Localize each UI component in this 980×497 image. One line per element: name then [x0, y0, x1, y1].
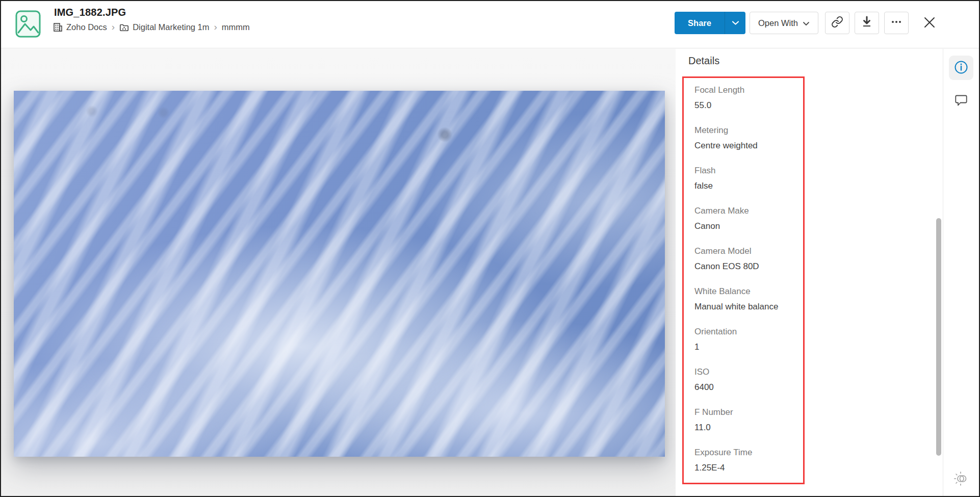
right-toolbar [943, 49, 979, 496]
detail-field-value: 6400 [694, 382, 798, 393]
more-options-button[interactable] [884, 12, 909, 34]
detail-field: Camera ModelCanon EOS 80D [694, 246, 798, 272]
breadcrumb-item-mmmm[interactable]: mmmm [222, 22, 250, 32]
share-split-button: Share [675, 12, 745, 34]
close-icon [923, 16, 936, 31]
preview-image-clouds [14, 91, 665, 457]
building-icon [53, 22, 63, 32]
details-highlight-box: Focal Length55.0MeteringCentre weightedF… [682, 76, 805, 484]
detail-field: Orientation1 [694, 326, 798, 353]
detail-field-value: Centre weighted [694, 140, 798, 151]
more-icon [890, 16, 902, 30]
comments-button[interactable] [949, 89, 973, 113]
detail-field: F Number11.0 [694, 407, 798, 433]
details-heading: Details [688, 55, 719, 67]
team-folder-icon [119, 22, 129, 32]
share-dropdown-button[interactable] [725, 12, 745, 34]
detail-field: Flashfalse [694, 165, 798, 192]
detail-field-value: 55.0 [694, 100, 798, 111]
detail-field-value: Canon [694, 221, 798, 232]
detail-field: Exposure Time1.25E-4 [694, 447, 798, 474]
theme-toggle-button[interactable] [949, 467, 973, 491]
breadcrumb-item-zoho-docs[interactable]: Zoho Docs [53, 22, 107, 32]
copy-link-icon [831, 16, 843, 30]
detail-field: MeteringCentre weighted [694, 125, 798, 151]
info-icon [954, 60, 968, 76]
detail-field: ISO6400 [694, 367, 798, 393]
page-title: IMG_1882.JPG [54, 7, 126, 18]
detail-field: Focal Length55.0 [694, 85, 798, 111]
detail-field-label: Camera Make [694, 205, 798, 217]
details-list: Focal Length55.0MeteringCentre weightedF… [694, 85, 798, 474]
detail-field-label: Focal Length [694, 85, 798, 96]
chevron-down-icon [732, 18, 739, 28]
detail-field-value: false [694, 180, 798, 192]
download-button[interactable] [855, 12, 879, 34]
detail-field-label: Metering [694, 125, 798, 136]
copy-link-button[interactable] [825, 12, 849, 34]
detail-field: Camera MakeCanon [694, 205, 798, 232]
theme-toggle-icon [953, 472, 969, 487]
close-button[interactable] [918, 12, 941, 34]
detail-field-label: ISO [694, 367, 798, 378]
zoho-docs-image-preview-window: IMG_1882.JPG Zoho Docs › [0, 0, 980, 497]
detail-field-label: Flash [694, 165, 798, 176]
detail-field-value: 1.25E-4 [694, 462, 798, 474]
detail-field-value: Canon EOS 80D [694, 261, 798, 272]
detail-field-label: Orientation [694, 326, 798, 337]
header: IMG_1882.JPG Zoho Docs › [1, 1, 979, 48]
detail-field: White BalanceManual white balance [694, 286, 798, 312]
detail-field-value: Manual white balance [694, 301, 798, 312]
image-viewer-canvas [1, 49, 676, 496]
open-with-button[interactable]: Open With [750, 12, 818, 34]
detail-field-value: 1 [694, 342, 798, 353]
detail-field-label: White Balance [694, 286, 798, 297]
info-button[interactable] [949, 56, 973, 80]
main-content: Details Focal Length55.0MeteringCentre w… [1, 49, 979, 496]
detail-field-value: 11.0 [694, 422, 798, 433]
details-scrollbar[interactable] [936, 218, 941, 456]
details-panel: Details Focal Length55.0MeteringCentre w… [676, 49, 943, 496]
breadcrumb: Zoho Docs › Digital Marketing 1m › mmmm [53, 22, 250, 32]
comment-icon [954, 94, 968, 109]
breadcrumb-separator: › [112, 22, 115, 32]
detail-field-label: F Number [694, 407, 798, 418]
breadcrumb-separator: › [214, 22, 217, 32]
chevron-down-icon [803, 18, 810, 28]
breadcrumb-item-digital-marketing[interactable]: Digital Marketing 1m [119, 22, 209, 32]
image-file-icon [15, 10, 41, 38]
detail-field-label: Exposure Time [694, 447, 798, 458]
download-icon [861, 16, 873, 30]
detail-field-label: Camera Model [694, 246, 798, 257]
share-button[interactable]: Share [675, 12, 725, 34]
